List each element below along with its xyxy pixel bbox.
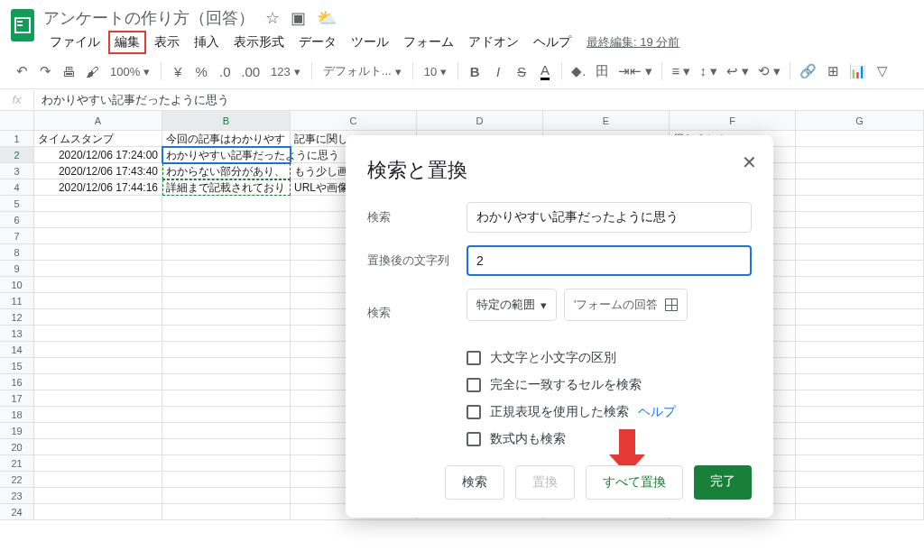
row-header[interactable]: 18 [0, 407, 34, 423]
cell[interactable] [796, 261, 924, 277]
row-header[interactable]: 23 [0, 488, 34, 504]
cell[interactable] [34, 439, 162, 455]
row-header[interactable]: 12 [0, 309, 34, 326]
find-button[interactable]: 検索 [445, 465, 504, 500]
row-header[interactable]: 21 [0, 455, 34, 472]
replace-button[interactable]: 置換 [515, 465, 575, 500]
cell[interactable] [796, 212, 924, 228]
cell[interactable] [796, 455, 924, 472]
cell[interactable] [34, 212, 162, 228]
checkbox-case[interactable] [467, 351, 481, 365]
cell[interactable] [796, 504, 924, 520]
col-header-D[interactable]: D [417, 111, 543, 131]
currency-icon[interactable]: ¥ [167, 60, 189, 83]
cell[interactable] [162, 277, 291, 293]
star-icon[interactable]: ☆ [265, 8, 280, 28]
row-header[interactable]: 19 [0, 423, 34, 439]
cell[interactable] [34, 293, 162, 309]
checkbox-formula[interactable] [467, 432, 481, 446]
italic-icon[interactable]: I [487, 60, 509, 83]
cell[interactable] [796, 277, 924, 293]
cell-selected[interactable]: わかりやすい記事だったように思う [162, 147, 291, 163]
cell[interactable]: 2020/12/06 17:44:16 [34, 179, 162, 196]
cell[interactable] [34, 261, 162, 277]
cell[interactable] [162, 472, 291, 488]
row-header[interactable]: 17 [0, 390, 34, 407]
replace-input[interactable] [467, 245, 752, 276]
row-header[interactable]: 4 [0, 179, 34, 196]
cell[interactable] [162, 196, 291, 212]
col-header-G[interactable]: G [796, 111, 924, 131]
cell[interactable]: 詳細まで記載されており [162, 179, 291, 196]
fontsize-select[interactable]: 10 ▾ [419, 65, 452, 78]
cell[interactable]: 2020/12/06 17:43:40 [34, 163, 162, 179]
cell[interactable] [796, 326, 924, 342]
cell[interactable] [796, 147, 924, 163]
row-header[interactable]: 8 [0, 244, 34, 261]
cell[interactable]: わからない部分があり、 [162, 163, 291, 179]
text-color-icon[interactable]: A [534, 60, 556, 83]
cell[interactable] [34, 488, 162, 504]
row-header[interactable]: 9 [0, 261, 34, 277]
wrap-icon[interactable]: ↩ ▾ [723, 60, 753, 83]
menu-addons[interactable]: アドオン [462, 31, 525, 54]
link-icon[interactable]: 🔗 [796, 60, 820, 83]
cell[interactable] [162, 261, 291, 277]
last-edit[interactable]: 最終編集: 19 分前 [587, 34, 679, 50]
regex-help-link[interactable]: ヘルプ [638, 404, 676, 420]
row-header[interactable]: 2 [0, 147, 34, 163]
redo-icon[interactable]: ↷ [34, 60, 56, 83]
cell[interactable] [796, 196, 924, 212]
cell[interactable] [796, 131, 924, 147]
col-header-B[interactable]: B [162, 111, 291, 131]
row-header[interactable]: 10 [0, 277, 34, 293]
more-formats[interactable]: 123 ▾ [265, 65, 306, 78]
doc-title[interactable]: アンケートの作り方（回答） [43, 7, 254, 29]
cell[interactable] [34, 374, 162, 390]
cell[interactable] [34, 358, 162, 374]
menu-view[interactable]: 表示 [148, 31, 186, 54]
row-header[interactable]: 3 [0, 163, 34, 179]
cell[interactable] [34, 390, 162, 407]
cell[interactable] [34, 472, 162, 488]
dec-decrease-icon[interactable]: .0 [214, 60, 236, 83]
checkbox-regex[interactable] [467, 405, 481, 419]
replace-all-button[interactable]: すべて置換 [586, 465, 683, 500]
cell[interactable]: 今回の記事はわかりやす [162, 131, 291, 147]
row-header[interactable]: 5 [0, 196, 34, 212]
menu-tools[interactable]: ツール [345, 31, 395, 54]
cell[interactable] [162, 212, 291, 228]
rotate-icon[interactable]: ⟲ ▾ [754, 60, 784, 83]
row-header[interactable]: 13 [0, 326, 34, 342]
cell[interactable] [796, 488, 924, 504]
cell[interactable] [162, 390, 291, 407]
row-header[interactable]: 24 [0, 504, 34, 520]
halign-icon[interactable]: ≡ ▾ [668, 60, 694, 83]
dec-increase-icon[interactable]: .00 [237, 60, 263, 83]
cell[interactable] [796, 472, 924, 488]
row-header[interactable]: 11 [0, 293, 34, 309]
cell[interactable] [34, 326, 162, 342]
col-header-C[interactable]: C [291, 111, 417, 131]
filter-icon[interactable]: ▽ [872, 60, 893, 83]
merge-icon[interactable]: ⇥⇤ ▾ [614, 60, 656, 83]
scope-range-input[interactable]: 'フォームの回答 [564, 289, 688, 321]
cell[interactable] [796, 163, 924, 179]
row-header[interactable]: 16 [0, 374, 34, 390]
cell[interactable] [162, 358, 291, 374]
done-button[interactable]: 完了 [694, 465, 752, 500]
bold-icon[interactable]: B [464, 60, 485, 83]
cell[interactable] [796, 358, 924, 374]
percent-icon[interactable]: % [190, 60, 212, 83]
move-icon[interactable]: ▣ [291, 8, 306, 28]
cell[interactable] [162, 488, 291, 504]
cell[interactable] [34, 309, 162, 326]
cell[interactable] [34, 342, 162, 358]
cell[interactable] [162, 244, 291, 261]
scope-select[interactable]: 特定の範囲 ▾ [467, 289, 557, 321]
undo-icon[interactable]: ↶ [11, 60, 32, 83]
cell[interactable] [34, 228, 162, 244]
col-header-E[interactable]: E [543, 111, 670, 131]
cell[interactable] [796, 244, 924, 261]
select-all-corner[interactable] [0, 111, 34, 131]
